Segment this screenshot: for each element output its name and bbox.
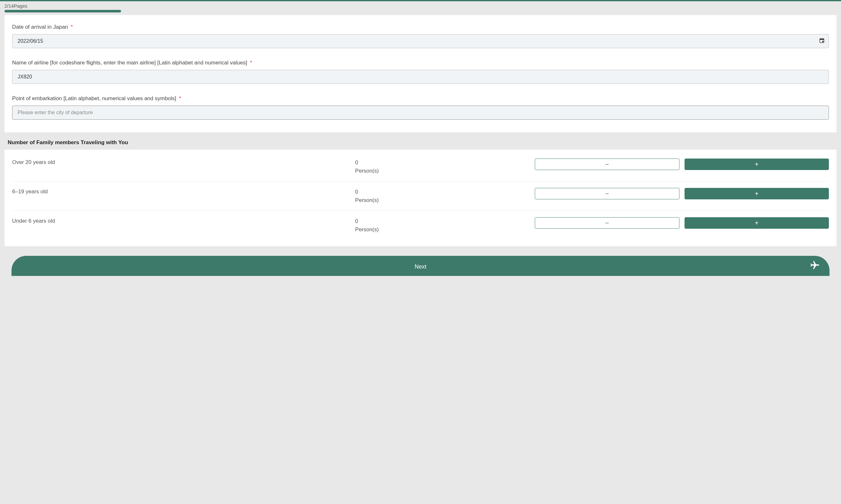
arrival-date-input[interactable] bbox=[12, 34, 829, 48]
progress-bar bbox=[4, 10, 837, 13]
family-unit: Person(s) bbox=[355, 197, 379, 203]
embarkation-label: Point of embarkation [Latin alphabet, nu… bbox=[12, 95, 829, 102]
increment-6to19-button[interactable]: + bbox=[685, 188, 829, 199]
family-row-value: 0 Person(s) bbox=[355, 217, 535, 234]
progress-bar-fill bbox=[4, 10, 121, 13]
family-count: 0 bbox=[355, 160, 358, 165]
airplane-icon bbox=[810, 260, 820, 272]
family-section-title: Number of Family members Traveling with … bbox=[8, 139, 837, 146]
arrival-date-group: Date of arrival in Japan * bbox=[12, 24, 829, 48]
family-row-over20: Over 20 years old 0 Person(s) − + bbox=[12, 152, 829, 181]
embarkation-group: Point of embarkation [Latin alphabet, nu… bbox=[12, 95, 829, 120]
next-button[interactable]: Next bbox=[12, 256, 829, 276]
family-unit: Person(s) bbox=[355, 227, 379, 233]
airline-input[interactable] bbox=[12, 70, 829, 84]
family-card: Over 20 years old 0 Person(s) − + 6–19 y… bbox=[4, 150, 837, 246]
family-row-label: 6–19 years old bbox=[12, 188, 355, 195]
increment-under6-button[interactable]: + bbox=[685, 217, 829, 229]
increment-over20-button[interactable]: + bbox=[685, 159, 829, 170]
family-row-controls: − + bbox=[535, 159, 829, 170]
family-row-value: 0 Person(s) bbox=[355, 188, 535, 204]
family-unit: Person(s) bbox=[355, 168, 379, 174]
required-asterisk: * bbox=[250, 60, 252, 66]
flight-form-card: Date of arrival in Japan * Name of airli… bbox=[4, 15, 837, 132]
decrement-under6-button[interactable]: − bbox=[535, 217, 679, 229]
arrival-date-wrapper bbox=[12, 34, 829, 48]
arrival-date-label: Date of arrival in Japan * bbox=[12, 24, 829, 30]
decrement-6to19-button[interactable]: − bbox=[535, 188, 679, 199]
airline-group: Name of airline [for codeshare flights, … bbox=[12, 60, 829, 84]
required-asterisk: * bbox=[71, 24, 73, 30]
family-row-controls: − + bbox=[535, 217, 829, 229]
family-row-controls: − + bbox=[535, 188, 829, 199]
progress-label: 2/14Pages bbox=[4, 3, 837, 8]
next-button-label: Next bbox=[414, 264, 426, 270]
airline-label-text: Name of airline [for codeshare flights, … bbox=[12, 60, 247, 66]
family-row-label: Over 20 years old bbox=[12, 159, 355, 165]
airline-label: Name of airline [for codeshare flights, … bbox=[12, 60, 829, 66]
arrival-date-label-text: Date of arrival in Japan bbox=[12, 24, 68, 30]
family-row-value: 0 Person(s) bbox=[355, 159, 535, 175]
next-button-wrapper: Next bbox=[12, 256, 829, 276]
required-asterisk: * bbox=[179, 95, 181, 102]
family-row-label: Under 6 years old bbox=[12, 217, 355, 224]
family-row-6to19: 6–19 years old 0 Person(s) − + bbox=[12, 181, 829, 211]
family-count: 0 bbox=[355, 189, 358, 195]
embarkation-label-text: Point of embarkation [Latin alphabet, nu… bbox=[12, 95, 176, 102]
progress-section: 2/14Pages bbox=[0, 1, 841, 13]
family-row-under6: Under 6 years old 0 Person(s) − + bbox=[12, 211, 829, 240]
embarkation-input[interactable] bbox=[12, 106, 829, 120]
family-count: 0 bbox=[355, 218, 358, 224]
decrement-over20-button[interactable]: − bbox=[535, 159, 679, 170]
